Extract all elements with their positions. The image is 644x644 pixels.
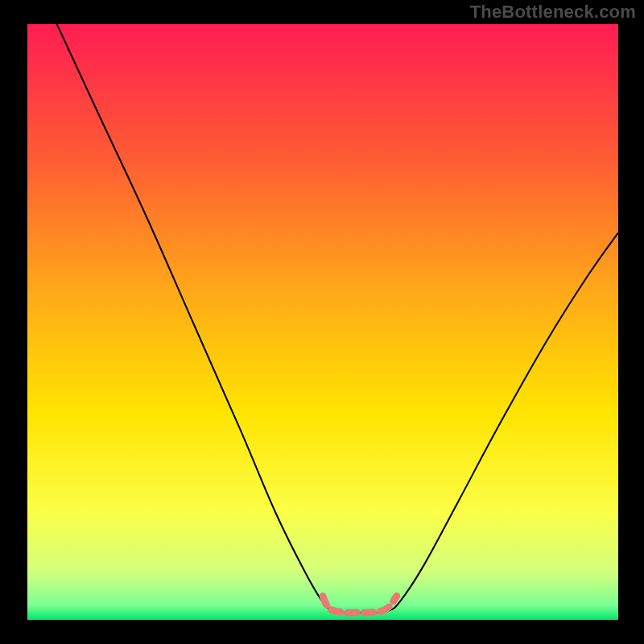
bottleneck-curve: [57, 24, 618, 613]
floor-marker: [323, 596, 397, 613]
watermark-text: TheBottleneck.com: [470, 2, 636, 23]
plot-area: [27, 24, 618, 620]
curve-layer: [27, 24, 618, 620]
chart-frame: TheBottleneck.com: [0, 0, 644, 644]
